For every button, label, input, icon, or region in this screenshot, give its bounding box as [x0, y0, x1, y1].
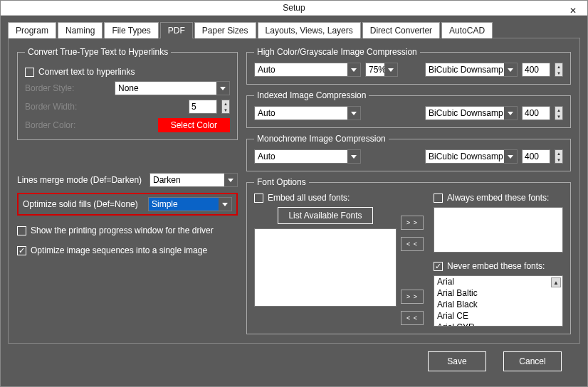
left-column: Convert True-Type Text to Hyperlinks Con…	[17, 47, 238, 334]
never-embed-label: Never embed these fonts:	[447, 261, 545, 271]
dropdown-arrow-icon	[504, 63, 517, 76]
close-button[interactable]: ✕	[559, 1, 587, 21]
border-style-value: None	[118, 83, 139, 93]
border-style-select[interactable]: None	[115, 81, 230, 95]
indexed-auto-select[interactable]: Auto	[254, 106, 361, 120]
indexed-resamp-select[interactable]: BiCubic Downsamp	[425, 106, 518, 120]
tab-autocad[interactable]: AutoCAD	[441, 22, 493, 38]
tab-naming[interactable]: Naming	[58, 22, 103, 38]
embed-all-checkbox[interactable]	[254, 194, 263, 203]
optimize-img-label: Optimize image sequences into a single i…	[31, 245, 207, 255]
dropdown-arrow-icon	[347, 63, 360, 76]
dropdown-arrow-icon	[219, 198, 231, 211]
mono-dpi-input[interactable]: 400	[522, 149, 550, 164]
never-embed-listbox[interactable]: Arial Arial Baltic Arial Black Arial CE …	[434, 275, 563, 327]
cancel-button[interactable]: Cancel	[503, 351, 562, 371]
hyperlinks-group: Convert True-Type Text to Hyperlinks Con…	[17, 47, 238, 140]
content-area: Program Naming File Types PDF Paper Size…	[1, 16, 587, 386]
dropdown-arrow-icon	[216, 82, 229, 95]
dropdown-arrow-icon	[384, 63, 397, 76]
setup-window: Setup ✕ Program Naming File Types PDF Pa…	[0, 0, 588, 387]
tab-strip: Program Naming File Types PDF Paper Size…	[8, 21, 580, 38]
save-button[interactable]: Save	[428, 351, 486, 371]
high-color-legend: High Color/Grayscale Image Compression	[254, 47, 420, 57]
high-color-group: High Color/Grayscale Image Compression A…	[246, 47, 571, 85]
indexed-legend: Indexed Image Compression	[254, 90, 369, 100]
remove-never-button[interactable]: < <	[401, 311, 424, 325]
tab-filetypes[interactable]: File Types	[104, 22, 158, 38]
list-item[interactable]: Arial Black	[434, 299, 562, 310]
mono-auto-select[interactable]: Auto	[254, 149, 361, 164]
never-embed-checkbox[interactable]	[434, 262, 443, 271]
scroll-up-icon[interactable]: ▲	[551, 277, 561, 287]
high-dpi-input[interactable]: 400	[522, 63, 550, 77]
font-options-legend: Font Options	[254, 177, 309, 187]
list-item[interactable]: Arial	[434, 276, 562, 287]
mono-dpi-spinner[interactable]: ▲▼	[555, 149, 563, 164]
dropdown-arrow-icon	[347, 107, 360, 120]
convert-hyperlinks-label: Convert text to hyperlinks	[38, 67, 135, 77]
highlighted-option-box: Optimize solid fills (Def=None) Simple	[17, 193, 238, 216]
mono-resamp-select[interactable]: BiCubic Downsamp	[425, 149, 518, 164]
lines-merge-value: Darken	[153, 175, 181, 185]
dropdown-arrow-icon	[224, 174, 237, 186]
lines-merge-select[interactable]: Darken	[149, 173, 238, 187]
font-options-group: Font Options Embed all used fonts: List …	[246, 177, 571, 334]
bottom-bar: Save Cancel	[8, 344, 580, 379]
optimize-fills-value: Simple	[152, 199, 178, 209]
dropdown-arrow-icon	[504, 150, 517, 163]
list-fonts-button[interactable]: List Available Fonts	[278, 207, 372, 224]
border-width-input[interactable]: 5	[189, 100, 217, 114]
border-width-label: Border Width:	[25, 102, 110, 112]
high-pct-select[interactable]: 75%	[365, 63, 398, 77]
indexed-dpi-input[interactable]: 400	[522, 106, 550, 120]
always-embed-label: Always embed these fonts:	[447, 193, 549, 203]
available-fonts-listbox[interactable]	[254, 228, 397, 307]
titlebar: Setup ✕	[1, 1, 587, 16]
dropdown-arrow-icon	[347, 150, 360, 163]
mono-group: Monochrome Image Compression Auto BiCubi…	[246, 134, 571, 171]
tab-panel: Convert True-Type Text to Hyperlinks Con…	[8, 38, 580, 344]
right-column: High Color/Grayscale Image Compression A…	[246, 47, 571, 334]
list-item[interactable]: Arial CE	[434, 310, 562, 322]
indexed-group: Indexed Image Compression Auto BiCubic D…	[246, 90, 571, 128]
remove-always-button[interactable]: < <	[401, 237, 424, 251]
tab-directconv[interactable]: Direct Converter	[362, 22, 440, 38]
tab-papersizes[interactable]: Paper Sizes	[194, 22, 256, 38]
high-dpi-spinner[interactable]: ▲▼	[555, 63, 563, 77]
window-title: Setup	[283, 3, 305, 13]
tab-pdf[interactable]: PDF	[160, 22, 193, 38]
show-progress-checkbox[interactable]	[17, 226, 26, 235]
indexed-dpi-spinner[interactable]: ▲▼	[555, 106, 563, 120]
show-progress-label: Show the printing progress window for th…	[31, 226, 214, 235]
always-embed-listbox[interactable]	[434, 207, 563, 253]
tab-program[interactable]: Program	[8, 22, 56, 38]
mono-legend: Monochrome Image Compression	[254, 134, 389, 144]
always-embed-checkbox[interactable]	[434, 194, 443, 203]
high-resamp-select[interactable]: BiCubic Downsamp	[425, 63, 518, 77]
select-color-button[interactable]: Select Color	[158, 118, 230, 132]
add-never-button[interactable]: > >	[401, 290, 424, 304]
high-auto-select[interactable]: Auto	[254, 63, 361, 77]
list-item[interactable]: Arial Baltic	[434, 287, 562, 299]
add-always-button[interactable]: > >	[401, 216, 424, 230]
hyperlinks-legend: Convert True-Type Text to Hyperlinks	[25, 47, 171, 57]
lines-merge-label: Lines merge mode (Def=Darken)	[17, 175, 145, 185]
list-item[interactable]: Arial CYR	[434, 322, 562, 327]
embed-all-label: Embed all used fonts:	[268, 193, 350, 203]
border-style-label: Border Style:	[25, 83, 110, 93]
dropdown-arrow-icon	[504, 107, 517, 120]
optimize-fills-select[interactable]: Simple	[148, 197, 232, 211]
border-color-label: Border Color:	[25, 120, 110, 130]
optimize-img-checkbox[interactable]	[17, 246, 26, 255]
convert-hyperlinks-checkbox[interactable]	[25, 68, 34, 77]
optimize-fills-label: Optimize solid fills (Def=None)	[23, 199, 144, 209]
tab-layouts[interactable]: Layouts, Views, Layers	[258, 22, 361, 38]
border-width-spinner[interactable]: ▲▼	[221, 100, 230, 114]
